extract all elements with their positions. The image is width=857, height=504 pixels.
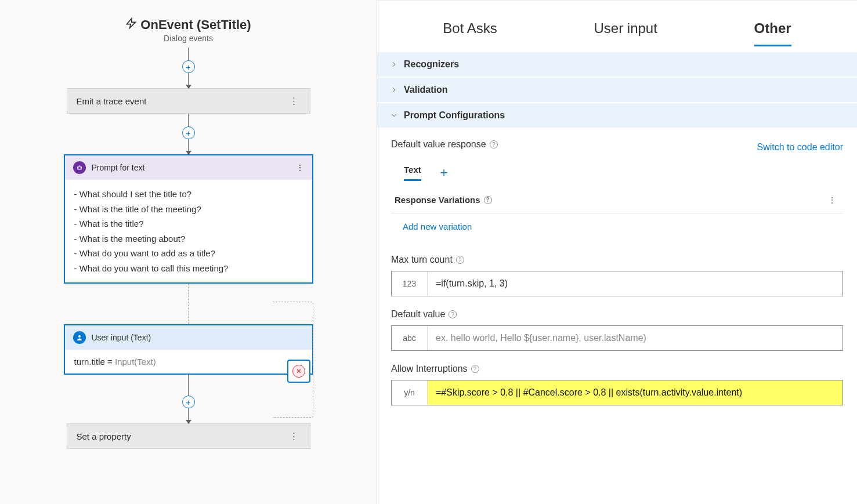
allow-interruptions-field[interactable]: y/n	[391, 380, 843, 405]
switch-to-code-link[interactable]: Switch to code editor	[757, 142, 843, 153]
default-value-label: Default value ?	[391, 309, 843, 320]
node-label: Set a property	[77, 432, 131, 441]
type-badge-boolean: y/n	[392, 380, 428, 405]
properties-pane: Bot Asks User input Other Recognizers Va…	[377, 0, 857, 504]
trigger-title-text: OnEvent (SetTitle)	[140, 17, 251, 32]
type-badge-string: abc	[392, 326, 428, 350]
error-circle-icon: ✕	[292, 365, 305, 378]
add-new-variation-link[interactable]: Add new variation	[391, 213, 843, 242]
subtab-text[interactable]: Text	[404, 165, 421, 181]
invalid-prompt-node[interactable]: ✕	[287, 360, 310, 383]
add-action-button[interactable]: +	[182, 126, 195, 139]
help-icon[interactable]: ?	[490, 140, 498, 148]
allow-interruptions-input[interactable]	[428, 380, 842, 405]
trigger-subtitle: Dialog events	[0, 34, 377, 43]
chevron-right-icon	[390, 86, 398, 94]
response-variations-label: Response Variations ?	[395, 195, 492, 205]
add-subtab-button[interactable]: ＋	[437, 166, 450, 180]
node-prompt-for-text[interactable]: Prompt for text ⋮ - What should I set th…	[64, 154, 313, 284]
type-badge-number: 123	[392, 271, 428, 296]
add-action-button[interactable]: +	[182, 396, 195, 408]
dialog-canvas[interactable]: OnEvent (SetTitle) Dialog events + Emit …	[0, 0, 377, 504]
node-more-icon[interactable]: ⋮	[287, 96, 301, 106]
section-validation[interactable]: Validation	[377, 78, 857, 102]
tab-other[interactable]: Other	[754, 16, 791, 46]
default-value-response-label: Default value response ?	[391, 139, 498, 150]
user-icon	[73, 331, 86, 344]
tab-bot-asks[interactable]: Bot Asks	[443, 16, 497, 46]
node-emit-trace[interactable]: Emit a trace event ⋮	[67, 88, 310, 114]
chevron-right-icon	[390, 60, 398, 68]
section-prompt-configurations[interactable]: Prompt Configurations	[377, 103, 857, 128]
help-icon[interactable]: ?	[449, 310, 457, 318]
svg-point-2	[78, 168, 79, 168]
max-turn-count-input[interactable]	[428, 271, 842, 296]
node-more-icon[interactable]: ⋮	[287, 431, 301, 441]
node-label: Emit a trace event	[77, 96, 147, 106]
node-head-label: User input (Text)	[92, 333, 151, 342]
lightning-icon	[125, 17, 137, 32]
node-head-label: Prompt for text	[92, 163, 145, 172]
node-more-icon[interactable]: ⋮	[296, 163, 304, 172]
default-value-input[interactable]	[428, 326, 842, 350]
section-recognizers[interactable]: Recognizers	[377, 52, 857, 77]
bot-icon	[73, 161, 86, 174]
chevron-down-icon	[390, 111, 398, 119]
svg-point-5	[78, 335, 81, 338]
node-body: - What should I set the title to? - What…	[65, 180, 312, 282]
svg-point-3	[80, 168, 81, 168]
node-set-property[interactable]: Set a property ⋮	[67, 423, 310, 449]
add-action-button[interactable]: +	[182, 60, 195, 73]
svg-marker-0	[127, 19, 136, 28]
help-icon[interactable]: ?	[484, 196, 492, 204]
max-turn-count-label: Max turn count ?	[391, 255, 843, 265]
allow-interruptions-label: Allow Interruptions ?	[391, 364, 843, 374]
response-variations-more-icon[interactable]: ⋮	[825, 195, 840, 205]
tab-user-input[interactable]: User input	[594, 16, 657, 46]
help-icon[interactable]: ?	[456, 256, 464, 264]
help-icon[interactable]: ?	[471, 365, 479, 373]
properties-tabs: Bot Asks User input Other	[377, 1, 857, 46]
max-turn-count-field[interactable]: 123	[391, 271, 843, 296]
trigger-header: OnEvent (SetTitle) Dialog events	[0, 17, 377, 43]
default-value-field[interactable]: abc	[391, 325, 843, 351]
